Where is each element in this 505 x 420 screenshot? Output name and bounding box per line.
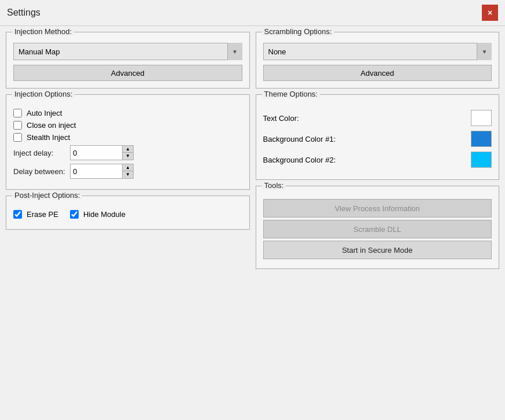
delay-between-label: Delay between: bbox=[13, 167, 65, 176]
delay-between-spinbox: ▲ ▼ bbox=[70, 164, 134, 179]
hide-module-row: Hide Module bbox=[70, 210, 126, 219]
post-inject-group: Post-Inject Options: Erase PE Hide Modul… bbox=[6, 196, 250, 230]
view-process-button[interactable]: View Process Information bbox=[263, 199, 492, 218]
post-inject-row: Erase PE Hide Module bbox=[13, 207, 242, 222]
stealth-inject-checkbox[interactable] bbox=[13, 133, 22, 142]
injection-options-title: Injection Options: bbox=[12, 90, 75, 98]
delay-between-input[interactable] bbox=[71, 164, 123, 178]
close-on-inject-row: Close on inject bbox=[13, 121, 242, 130]
scrambling-advanced-button[interactable]: Advanced bbox=[263, 65, 492, 81]
erase-pe-checkbox[interactable] bbox=[13, 210, 22, 219]
bg-color2-row: Background Color #2: bbox=[263, 152, 492, 168]
bg-color1-label: Background Color #1: bbox=[263, 135, 336, 143]
auto-inject-label: Auto Inject bbox=[27, 109, 62, 117]
bg-color2-label: Background Color #2: bbox=[263, 156, 336, 164]
tools-group: Tools: View Process Information Scramble… bbox=[256, 186, 500, 269]
stealth-inject-row: Stealth Inject bbox=[13, 133, 242, 142]
hide-module-checkbox[interactable] bbox=[70, 210, 79, 219]
inject-delay-spin-up[interactable]: ▲ bbox=[123, 146, 133, 153]
post-inject-title: Post-Inject Options: bbox=[12, 191, 82, 200]
hide-module-label: Hide Module bbox=[83, 210, 126, 219]
bg-color1-swatch[interactable] bbox=[471, 131, 492, 147]
scrambling-options-group: Scrambling Options: None Option 1 Option… bbox=[256, 32, 500, 89]
auto-inject-checkbox[interactable] bbox=[13, 109, 22, 117]
injection-method-select[interactable]: Manual Map Standard Inject Thread Hijack bbox=[13, 43, 242, 60]
injection-method-title: Injection Method: bbox=[12, 27, 74, 36]
close-button[interactable]: × bbox=[482, 5, 498, 21]
text-color-swatch[interactable] bbox=[471, 110, 492, 126]
tools-title: Tools: bbox=[262, 181, 286, 190]
delay-between-spin-up[interactable]: ▲ bbox=[123, 164, 133, 171]
left-column: Injection Method: Manual Map Standard In… bbox=[6, 32, 250, 414]
inject-delay-row: Inject delay: ▲ ▼ bbox=[13, 145, 242, 160]
main-content: Injection Method: Manual Map Standard In… bbox=[0, 26, 505, 420]
text-color-row: Text Color: bbox=[263, 110, 492, 126]
injection-method-dropdown-wrapper[interactable]: Manual Map Standard Inject Thread Hijack… bbox=[13, 43, 242, 60]
erase-pe-label: Erase PE bbox=[27, 210, 58, 219]
settings-window: Settings × Injection Method: Manual Map … bbox=[0, 0, 505, 420]
auto-inject-row: Auto Inject bbox=[13, 109, 242, 117]
scrambling-dropdown-wrapper[interactable]: None Option 1 Option 2 ▼ bbox=[263, 43, 492, 60]
delay-between-spinbox-buttons: ▲ ▼ bbox=[123, 164, 133, 178]
text-color-label: Text Color: bbox=[263, 114, 299, 123]
scramble-dll-button[interactable]: Scramble DLL bbox=[263, 220, 492, 238]
title-bar: Settings × bbox=[0, 0, 505, 26]
delay-between-row: Delay between: ▲ ▼ bbox=[13, 164, 242, 179]
inject-delay-label: Inject delay: bbox=[13, 149, 65, 157]
stealth-inject-label: Stealth Inject bbox=[27, 133, 70, 142]
inject-delay-input[interactable] bbox=[71, 146, 123, 160]
theme-options-group: Theme Options: Text Color: Background Co… bbox=[256, 94, 500, 180]
window-title: Settings bbox=[7, 8, 40, 18]
theme-options-title: Theme Options: bbox=[262, 90, 320, 98]
erase-pe-row: Erase PE bbox=[13, 210, 58, 219]
bg-color1-row: Background Color #1: bbox=[263, 131, 492, 147]
bg-color2-swatch[interactable] bbox=[471, 152, 492, 168]
secure-mode-button[interactable]: Start in Secure Mode bbox=[263, 241, 492, 259]
delay-between-spin-down[interactable]: ▼ bbox=[123, 171, 133, 178]
injection-options-group: Injection Options: Auto Inject Close on … bbox=[6, 94, 250, 190]
close-on-inject-checkbox[interactable] bbox=[13, 121, 22, 130]
scrambling-select[interactable]: None Option 1 Option 2 bbox=[263, 43, 492, 60]
injection-method-group: Injection Method: Manual Map Standard In… bbox=[6, 32, 250, 89]
scrambling-options-title: Scrambling Options: bbox=[262, 27, 334, 36]
inject-delay-spinbox: ▲ ▼ bbox=[70, 145, 134, 160]
close-on-inject-label: Close on inject bbox=[27, 121, 76, 130]
inject-delay-spinbox-buttons: ▲ ▼ bbox=[123, 146, 133, 160]
injection-method-advanced-button[interactable]: Advanced bbox=[13, 65, 242, 81]
inject-delay-spin-down[interactable]: ▼ bbox=[123, 153, 133, 160]
right-column: Scrambling Options: None Option 1 Option… bbox=[256, 32, 500, 414]
